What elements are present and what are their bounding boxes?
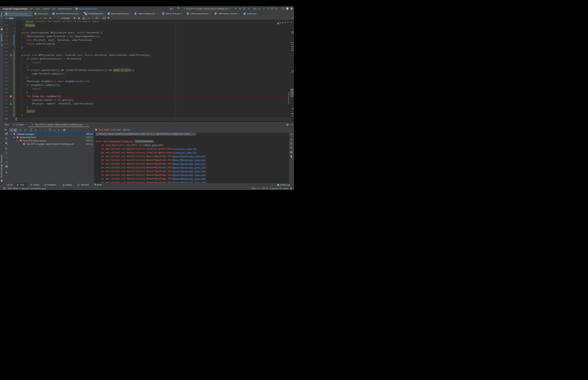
svg-text:9: 9 bbox=[6, 133, 7, 134]
svg-text:z: z bbox=[21, 130, 22, 131]
